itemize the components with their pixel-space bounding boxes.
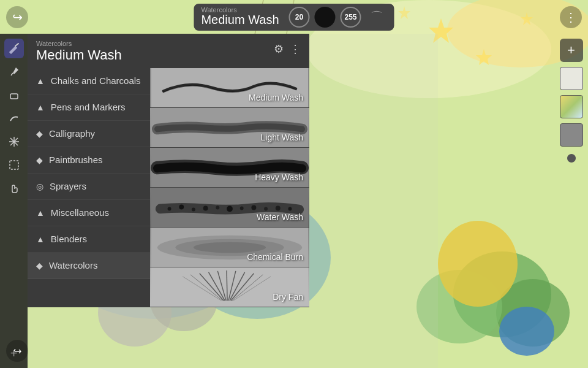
tool-brush[interactable] (4, 39, 24, 58)
tool-eyedropper[interactable] (4, 62, 24, 82)
brush-medium-wash[interactable]: Medium Wash (150, 68, 309, 108)
toolbar-brush-selector[interactable]: Watercolors Medium Wash 20 255 ⌒ (194, 4, 394, 31)
category-chalks[interactable]: ▲ Chalks and Charcoals (28, 68, 150, 94)
category-pens[interactable]: ▲ Pens and Markers (28, 94, 150, 121)
pens-label: Pens and Markers (51, 102, 126, 113)
layer-thumb-3[interactable] (560, 123, 583, 147)
brush-icon (8, 42, 20, 55)
blenders-icon: ▲ (36, 234, 45, 244)
panel-title: Medium Wash (36, 47, 122, 63)
panel-more-button[interactable]: ⋮ (290, 42, 301, 56)
transform-icon (8, 136, 20, 148)
category-paintbrushes[interactable]: ◆ Paintbrushes (28, 147, 150, 174)
brush-chemical-burn[interactable]: Chemical Burn (150, 228, 309, 267)
curve-tool[interactable]: ⌒ (366, 7, 387, 28)
svg-point-42 (264, 207, 268, 211)
select-icon (8, 159, 20, 171)
tool-transform[interactable] (4, 132, 24, 151)
brush-dry-fan[interactable]: Dry Fan (150, 267, 309, 307)
toolbar-category-label: Watercolors (201, 6, 236, 13)
brush-heavy-wash[interactable]: Heavy Wash (150, 148, 309, 188)
right-panel: + (554, 34, 588, 368)
svg-point-43 (276, 206, 281, 211)
brush-water-wash[interactable]: Water Wash (150, 188, 309, 228)
svg-point-44 (288, 207, 292, 211)
svg-line-22 (15, 44, 18, 46)
misc-label: Miscellaneous (51, 207, 109, 218)
svg-rect-29 (10, 161, 18, 169)
svg-point-16 (499, 307, 554, 356)
calligraphy-icon: ◆ (36, 129, 43, 139)
brush-size-small[interactable]: 20 (289, 7, 310, 28)
chalks-icon: ▲ (36, 76, 45, 86)
blenders-label: Blenders (51, 234, 87, 245)
misc-icon: ▲ (36, 208, 45, 218)
layer-thumb-2[interactable] (560, 95, 583, 118)
redo-button[interactable]: ↪ (6, 340, 28, 362)
brush-water-wash-label: Water Wash (257, 212, 303, 222)
hand-icon (8, 182, 20, 194)
brush-light-wash-label: Light Wash (260, 132, 303, 142)
undo-button[interactable]: ↩ (6, 6, 28, 28)
brush-chemical-burn-label: Chemical Burn (247, 252, 303, 262)
category-blenders[interactable]: ▲ Blenders (28, 226, 150, 253)
watercolors-label: Watercolors (49, 260, 97, 271)
layer-thumb-1[interactable] (560, 67, 583, 90)
panel-header-left: Watercolors Medium Wash (36, 40, 122, 63)
category-list: ▲ Chalks and Charcoals ▲ Pens and Marker… (28, 68, 150, 307)
svg-point-39 (227, 206, 233, 212)
svg-point-40 (240, 207, 244, 210)
pens-icon: ▲ (36, 102, 45, 112)
toolbar-brush-name: Medium Wash (201, 13, 279, 27)
svg-line-53 (227, 270, 227, 301)
eraser-icon (8, 89, 20, 101)
calligraphy-label: Calligraphy (49, 128, 95, 139)
toolbar-more-button[interactable]: ⋮ (560, 6, 582, 28)
svg-point-48 (194, 242, 266, 253)
panel-body: ▲ Chalks and Charcoals ▲ Pens and Marker… (28, 68, 309, 307)
brush-color[interactable] (315, 7, 336, 28)
category-watercolors[interactable]: ◆ Watercolors (28, 253, 150, 279)
sprayers-label: Sprayers (50, 181, 86, 192)
eyedropper-icon (8, 66, 20, 78)
tool-smudge[interactable] (4, 109, 24, 128)
top-toolbar: ↩ Watercolors Medium Wash 20 255 ⌒ ⋮ (0, 0, 588, 34)
brush-size-large[interactable]: 255 (341, 7, 361, 28)
brush-panel: Watercolors Medium Wash ⚙ ⋮ ▲ Chalks and… (28, 34, 309, 307)
panel-subtitle: Watercolors (36, 40, 122, 47)
watercolors-icon: ◆ (36, 261, 43, 270)
brush-heavy-wash-label: Heavy Wash (255, 172, 303, 182)
panel-header: Watercolors Medium Wash ⚙ ⋮ (28, 34, 309, 68)
sprayers-icon: ◎ (36, 182, 43, 191)
svg-point-37 (203, 206, 208, 211)
brush-light-wash[interactable]: Light Wash (150, 108, 309, 148)
brush-dry-fan-label: Dry Fan (273, 292, 303, 302)
panel-indicator (567, 154, 576, 163)
smudge-icon (8, 112, 20, 125)
category-sprayers[interactable]: ◎ Sprayers (28, 174, 150, 200)
category-miscellaneous[interactable]: ▲ Miscellaneous (28, 200, 150, 226)
add-layer-button[interactable]: + (560, 39, 583, 62)
tool-select[interactable] (4, 155, 24, 175)
svg-point-34 (168, 207, 172, 211)
category-calligraphy[interactable]: ◆ Calligraphy (28, 121, 150, 147)
paintbrushes-label: Paintbrushes (49, 155, 103, 166)
svg-line-23 (11, 73, 13, 75)
chalks-label: Chalks and Charcoals (51, 75, 141, 86)
brush-list: Medium Wash Light Wash (150, 68, 309, 307)
panel-settings-button[interactable]: ⚙ (274, 42, 284, 56)
svg-point-41 (251, 205, 256, 210)
svg-point-35 (179, 205, 184, 210)
paintbrushes-icon: ◆ (36, 155, 43, 165)
panel-header-right: ⚙ ⋮ (274, 42, 301, 56)
left-sidebar: + (0, 34, 28, 368)
tool-eraser[interactable] (4, 85, 24, 105)
svg-point-15 (438, 221, 518, 307)
brush-medium-wash-label: Medium Wash (249, 93, 303, 102)
tool-hand[interactable] (4, 178, 24, 198)
svg-rect-24 (10, 94, 18, 99)
svg-point-38 (216, 206, 219, 210)
svg-point-36 (192, 207, 195, 211)
